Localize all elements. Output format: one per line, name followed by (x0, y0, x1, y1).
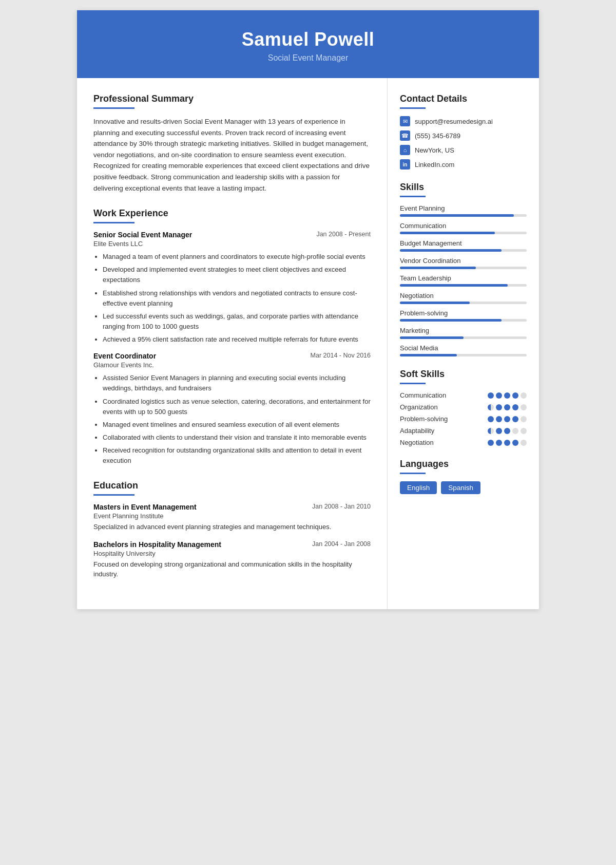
job-bullet: Managed event timelines and ensured seam… (103, 420, 371, 430)
education-title: Education (93, 480, 371, 491)
dot (488, 392, 494, 399)
job-bullet: Developed and implemented event strategi… (103, 265, 371, 285)
dot (504, 440, 510, 446)
languages-section: Languages English Spanish (400, 459, 527, 494)
job-title-2: Event Coordinator (93, 352, 156, 360)
skill-name: Team Leadership (400, 274, 527, 282)
resume-wrapper: Samuel Powell Social Event Manager Profe… (77, 10, 539, 609)
job-header-1: Senior Social Event Manager Jan 2008 - P… (93, 231, 371, 239)
dot (512, 416, 518, 422)
job-bullet: Managed a team of event planners and coo… (103, 252, 371, 262)
soft-skill-dots (488, 404, 527, 410)
job-bullets-2: Assisted Senior Event Managers in planni… (93, 373, 371, 466)
dot (521, 392, 527, 399)
skill-item: Vendor Coordination (400, 257, 527, 269)
dot (496, 416, 502, 422)
edu-header-1: Masters in Event Management Jan 2008 - J… (93, 503, 371, 511)
contact-title: Contact Details (400, 93, 527, 104)
main-column: Professional Summary Innovative and resu… (77, 78, 388, 609)
dot (521, 428, 527, 434)
job-bullet: Established strong relationships with ve… (103, 288, 371, 309)
dot (504, 404, 510, 410)
phone-icon: ☎ (400, 130, 410, 141)
skill-name: Negotiation (400, 292, 527, 299)
contact-underline (400, 107, 426, 109)
skill-bar-fill (400, 336, 464, 339)
skill-bar-fill (400, 232, 495, 234)
dot (488, 404, 494, 410)
candidate-title: Social Event Manager (98, 53, 518, 63)
skill-bar-bg (400, 249, 527, 252)
soft-skill-row: Problem-solving (400, 415, 527, 423)
dot (512, 440, 518, 446)
soft-skill-dots (488, 428, 527, 434)
edu-degree-1: Masters in Event Management (93, 503, 197, 511)
job-header-2: Event Coordinator Mar 2014 - Nov 2016 (93, 352, 371, 360)
job-date-1: Jan 2008 - Present (316, 231, 371, 238)
soft-skills-section: Soft Skills CommunicationOrganizationPro… (400, 369, 527, 446)
dot (496, 392, 502, 399)
skill-bar-bg (400, 267, 527, 269)
dot (496, 404, 502, 410)
edu-degree-2: Bachelors in Hospitality Management (93, 540, 221, 549)
summary-title: Professional Summary (93, 93, 371, 104)
soft-skill-name: Communication (400, 391, 446, 399)
skill-bar-bg (400, 284, 527, 287)
skill-bar-bg (400, 214, 527, 217)
skill-bar-fill (400, 319, 502, 322)
skill-bar-bg (400, 319, 527, 322)
side-column: Contact Details ✉ support@resumedesign.a… (388, 78, 539, 609)
dot (488, 416, 494, 422)
skill-bar-bg (400, 354, 527, 356)
contact-phone-text: (555) 345-6789 (415, 132, 460, 140)
contact-linkedin-text: LinkedIn.com (415, 161, 454, 168)
edu-entry-2: Bachelors in Hospitality Management Jan … (93, 540, 371, 579)
body-wrapper: Professional Summary Innovative and resu… (77, 78, 539, 609)
job-bullet: Collaborated with clients to understand … (103, 432, 371, 443)
soft-skill-dots (488, 392, 527, 399)
dot (496, 428, 502, 434)
work-experience-title: Work Experience (93, 208, 371, 219)
skill-name: Vendor Coordination (400, 257, 527, 265)
skills-title: Skills (400, 182, 527, 193)
job-bullet: Assisted Senior Event Managers in planni… (103, 373, 371, 393)
skill-bar-fill (400, 354, 457, 356)
job-bullet: Led successful events such as weddings, … (103, 311, 371, 332)
language-spanish: Spanish (441, 481, 480, 494)
contact-linkedin: in LinkedIn.com (400, 159, 527, 170)
skill-name: Budget Management (400, 239, 527, 247)
skill-bar-bg (400, 302, 527, 304)
skill-bar-bg (400, 336, 527, 339)
skill-bar-fill (400, 249, 502, 252)
soft-skill-row: Adaptability (400, 427, 527, 435)
skill-item: Social Media (400, 344, 527, 356)
dot (512, 428, 518, 434)
job-title-1: Senior Social Event Manager (93, 231, 192, 239)
dot (521, 440, 527, 446)
skill-item: Budget Management (400, 239, 527, 252)
soft-skills-title: Soft Skills (400, 369, 527, 380)
soft-skills-underline (400, 383, 426, 384)
skills-underline (400, 196, 426, 197)
skills-container: Event Planning Communication Budget Mana… (400, 204, 527, 356)
contact-email-text: support@resumedesign.ai (415, 118, 493, 125)
skill-item: Team Leadership (400, 274, 527, 287)
skill-bar-fill (400, 284, 508, 287)
language-english: English (400, 481, 437, 494)
job-date-2: Mar 2014 - Nov 2016 (311, 352, 371, 359)
edu-header-2: Bachelors in Hospitality Management Jan … (93, 540, 371, 549)
soft-skill-dots (488, 416, 527, 422)
contact-section: Contact Details ✉ support@resumedesign.a… (400, 93, 527, 170)
email-icon: ✉ (400, 116, 410, 126)
skill-bar-fill (400, 214, 514, 217)
soft-skill-name: Problem-solving (400, 415, 448, 423)
work-experience-underline (93, 222, 134, 223)
job-bullet: Coordinated logistics such as venue sele… (103, 397, 371, 417)
skills-section: Skills Event Planning Communication Budg… (400, 182, 527, 356)
skill-item: Communication (400, 222, 527, 234)
dot (504, 428, 510, 434)
contact-phone: ☎ (555) 345-6789 (400, 130, 527, 141)
edu-school-1: Event Planning Institute (93, 512, 371, 520)
job-entry-2: Event Coordinator Mar 2014 - Nov 2016 Gl… (93, 352, 371, 466)
candidate-name: Samuel Powell (98, 29, 518, 50)
